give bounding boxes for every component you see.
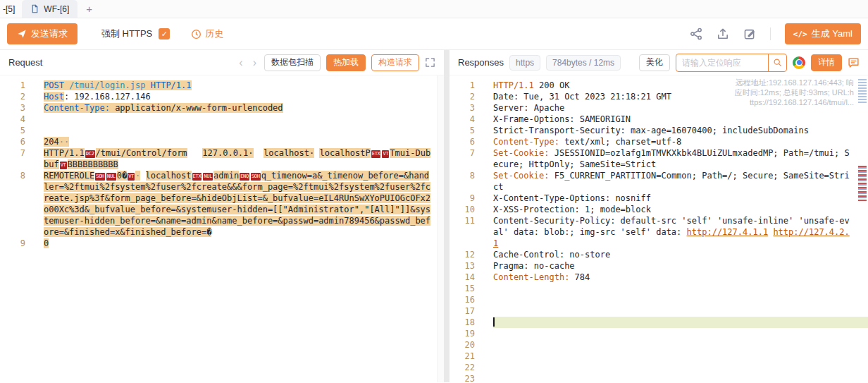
response-editor-line[interactable]: 21 bbox=[450, 351, 868, 362]
line-content[interactable] bbox=[493, 339, 868, 351]
generate-yaml-button[interactable]: </> 生成 Yaml bbox=[785, 23, 861, 44]
request-editor-line[interactable]: 6204·· bbox=[0, 136, 444, 147]
response-editor-line[interactable]: 6Content-Type: text/xml; charset=utf-8 bbox=[450, 136, 868, 147]
line-content[interactable]: Pragma: no-cache bbox=[493, 260, 868, 272]
line-content[interactable]: Content-Type: application/x-www-form-url… bbox=[44, 102, 444, 114]
response-editor-line[interactable]: 16 bbox=[450, 294, 868, 305]
request-editor[interactable]: 1POST /tmui/login.jsp HTTP/1.12Host: 192… bbox=[0, 75, 444, 382]
request-editor-line[interactable]: 1POST /tmui/login.jsp HTTP/1.1 bbox=[0, 80, 444, 91]
add-tab-icon[interactable]: + bbox=[86, 3, 92, 15]
response-editor-line[interactable]: 10X-XSS-Protection: 1; mode=block bbox=[450, 204, 868, 215]
line-content[interactable] bbox=[493, 328, 868, 339]
line-content[interactable]: Content-Length: 784 bbox=[493, 272, 868, 283]
line-content[interactable]: REMOTEROLESOHNUL0�VT· localhostETXNULadm… bbox=[44, 170, 444, 238]
response-editor-line[interactable]: 17 bbox=[450, 305, 868, 317]
nav-next-icon[interactable]: › bbox=[251, 57, 259, 68]
line-content[interactable] bbox=[493, 305, 868, 317]
response-editor-line[interactable]: 15 bbox=[450, 283, 868, 294]
line-content[interactable]: Date: Tue, 31 Oct 2023 21:18:21 GMT bbox=[493, 91, 868, 102]
line-content[interactable]: Content-Security-Policy: default-src 'se… bbox=[493, 215, 868, 249]
line-content[interactable] bbox=[493, 351, 868, 362]
request-editor-line[interactable]: 2Host: 192.168.127.146 bbox=[0, 91, 444, 102]
line-content[interactable]: Server: Apache bbox=[493, 102, 868, 114]
response-editor-line[interactable]: 20 bbox=[450, 339, 868, 351]
code-token: application/x-www-form-urlencoded bbox=[110, 103, 283, 113]
response-editor-line[interactable]: 4X-Frame-Options: SAMEORIGIN bbox=[450, 114, 868, 125]
response-editor-line[interactable]: 7Set-Cookie: JSESSIONID=ozlafg1mTMVKXkbk… bbox=[450, 147, 868, 170]
response-editor-line[interactable]: 23 bbox=[450, 373, 868, 382]
line-content[interactable] bbox=[44, 125, 444, 136]
request-editor-line[interactable]: 5 bbox=[0, 125, 444, 136]
line-content[interactable]: X-Content-Type-Options: nosniff bbox=[493, 193, 868, 204]
line-number: 3 bbox=[0, 102, 25, 114]
request-editor-line[interactable]: 8REMOTEROLESOHNUL0�VT· localhostETXNULad… bbox=[0, 170, 444, 238]
nav-prev-icon[interactable]: ‹ bbox=[237, 57, 244, 68]
line-content[interactable]: Strict-Transport-Security: max-age=16070… bbox=[493, 125, 868, 136]
line-content[interactable]: POST /tmui/login.jsp HTTP/1.1 bbox=[44, 80, 444, 91]
code-token: HTTP/1.1 bbox=[44, 148, 85, 158]
request-panel: Request ‹ › 数据包扫描 热加载 构造请求 1POST /tmui/l… bbox=[0, 50, 444, 382]
response-editor-line[interactable]: 2Date: Tue, 31 Oct 2023 21:18:21 GMT bbox=[450, 91, 868, 102]
response-panel-header: Responses https 784bytes / 12ms 美化 详情 bbox=[450, 50, 868, 75]
hot-reload-button[interactable]: 热加载 bbox=[326, 54, 366, 71]
request-scrollbar[interactable] bbox=[437, 75, 444, 382]
construct-request-button[interactable]: 构造请求 bbox=[371, 54, 419, 71]
search-button[interactable] bbox=[768, 54, 786, 71]
details-button[interactable]: 详情 bbox=[811, 54, 842, 71]
response-editor-line[interactable]: 22 bbox=[450, 362, 868, 373]
line-content[interactable] bbox=[493, 294, 868, 305]
line-content[interactable]: X-Frame-Options: SAMEORIGIN bbox=[493, 114, 868, 125]
line-content[interactable] bbox=[493, 317, 868, 328]
line-content[interactable]: Cache-Control: no-store bbox=[493, 249, 868, 260]
code-token: Set-Cookie: bbox=[493, 171, 549, 181]
beautify-button[interactable]: 美化 bbox=[639, 54, 670, 71]
comment-icon[interactable] bbox=[848, 56, 860, 68]
open-in-chrome-icon[interactable] bbox=[793, 56, 805, 69]
force-https-checkbox[interactable]: ✓ bbox=[159, 28, 170, 39]
line-content[interactable] bbox=[493, 362, 868, 373]
response-editor-line[interactable]: 9X-Content-Type-Options: nosniff bbox=[450, 193, 868, 204]
minimap[interactable] bbox=[857, 75, 868, 382]
document-icon bbox=[30, 4, 39, 13]
packet-scan-button[interactable]: 数据包扫描 bbox=[264, 54, 321, 71]
line-content[interactable]: 204·· bbox=[44, 136, 444, 147]
request-editor-line[interactable]: 3Content-Type: application/x-www-form-ur… bbox=[0, 102, 444, 114]
response-editor-line[interactable]: 13Pragma: no-cache bbox=[450, 260, 868, 272]
line-content[interactable]: Set-Cookie: JSESSIONID=ozlafg1mTMVKXkbk4… bbox=[493, 147, 868, 170]
history-button[interactable]: 历史 bbox=[191, 28, 223, 40]
send-request-button[interactable]: 发送请求 bbox=[7, 23, 78, 44]
response-editor-line[interactable]: 3Server: Apache bbox=[450, 102, 868, 114]
response-editor-line[interactable]: 14Content-Length: 784 bbox=[450, 272, 868, 283]
line-content[interactable] bbox=[493, 283, 868, 294]
code-token: 204 bbox=[44, 137, 59, 147]
line-content[interactable]: Set-Cookie: F5_CURRENT_PARTITION=Common;… bbox=[493, 170, 868, 193]
line-content[interactable]: Content-Type: text/xml; charset=utf-8 bbox=[493, 136, 868, 147]
response-editor-line[interactable]: 18 bbox=[450, 317, 868, 328]
request-title: Request bbox=[8, 57, 42, 68]
edit-icon[interactable] bbox=[743, 28, 756, 40]
response-editor[interactable]: 远程地址:192.168.127.146:443; 响 应时间:12ms; 总耗… bbox=[450, 75, 868, 382]
response-editor-line[interactable]: 19 bbox=[450, 328, 868, 339]
request-editor-line[interactable]: 4 bbox=[0, 114, 444, 125]
line-content[interactable]: X-XSS-Protection: 1; mode=block bbox=[493, 204, 868, 215]
force-https-label: 强制 HTTPS bbox=[101, 28, 152, 40]
tab-wf6[interactable]: WF-[6] bbox=[22, 0, 78, 18]
request-editor-line[interactable]: 7HTTP/1.1DC2/tmui/Control/form 127.0.0.1… bbox=[0, 147, 444, 170]
line-content[interactable] bbox=[493, 373, 868, 382]
share-icon[interactable] bbox=[690, 28, 702, 40]
line-content[interactable] bbox=[44, 114, 444, 125]
search-input[interactable] bbox=[676, 58, 768, 68]
line-content[interactable]: HTTP/1.1 200 OK bbox=[493, 80, 868, 91]
line-content[interactable]: 0 bbox=[44, 238, 444, 249]
line-content[interactable]: HTTP/1.1DC2/tmui/Control/form 127.0.0.1·… bbox=[44, 147, 444, 170]
fullscreen-icon[interactable] bbox=[425, 57, 435, 68]
response-editor-line[interactable]: 1HTTP/1.1 200 OK bbox=[450, 80, 868, 91]
export-icon[interactable] bbox=[717, 28, 729, 40]
request-editor-line[interactable]: 90 bbox=[0, 238, 444, 249]
response-editor-line[interactable]: 11Content-Security-Policy: default-src '… bbox=[450, 215, 868, 249]
control-char-token: VT bbox=[382, 150, 389, 158]
line-content[interactable]: Host: 192.168.127.146 bbox=[44, 91, 444, 102]
response-editor-line[interactable]: 12Cache-Control: no-store bbox=[450, 249, 868, 260]
response-editor-line[interactable]: 5Strict-Transport-Security: max-age=1607… bbox=[450, 125, 868, 136]
response-editor-line[interactable]: 8Set-Cookie: F5_CURRENT_PARTITION=Common… bbox=[450, 170, 868, 193]
